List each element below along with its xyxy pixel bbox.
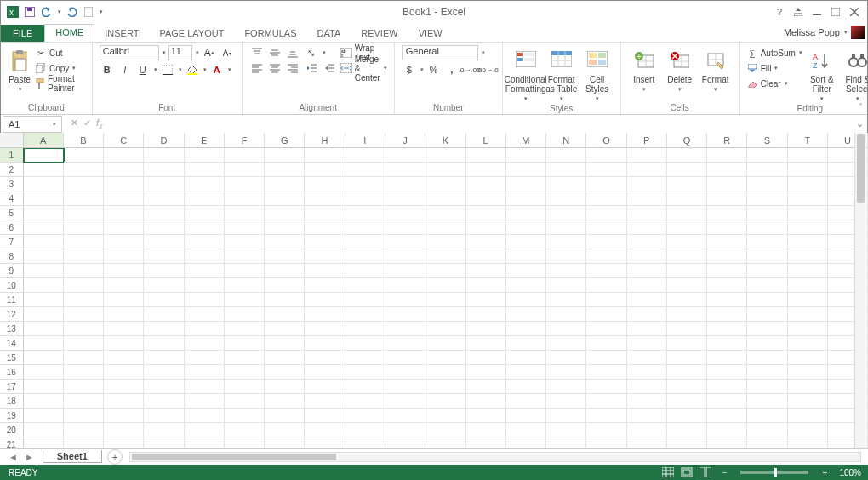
format-as-table-button[interactable]: Format as Table▾ [545,46,578,102]
cell[interactable] [586,235,626,249]
cell[interactable] [385,394,425,409]
cell[interactable] [265,278,305,293]
cell[interactable] [466,278,506,293]
cell[interactable] [707,336,747,351]
cell[interactable] [466,380,506,394]
cell[interactable] [586,394,626,409]
cell[interactable] [265,322,305,336]
column-header[interactable]: T [788,133,828,148]
cell[interactable] [667,409,707,423]
align-left-button[interactable] [249,60,265,76]
row-header[interactable]: 10 [0,278,24,293]
copy-button[interactable]: Copy▾ [35,61,85,75]
cell[interactable] [425,220,465,235]
grow-font-button[interactable]: A▴ [202,45,217,60]
cell[interactable] [747,293,787,307]
cell[interactable] [104,409,144,423]
cell[interactable] [546,365,586,380]
cell[interactable] [104,249,144,264]
row-header[interactable]: 20 [0,423,24,437]
cell[interactable] [225,278,265,293]
cell[interactable] [305,148,345,163]
percent-button[interactable]: % [426,62,442,77]
cell[interactable] [185,177,225,191]
cell[interactable] [466,307,506,322]
sheet-nav-next-icon[interactable]: ► [25,452,34,462]
cell[interactable] [586,148,626,163]
cell[interactable] [466,249,506,264]
cell[interactable] [425,394,465,409]
cell[interactable] [747,163,787,177]
column-header[interactable]: S [747,133,787,148]
cell[interactable] [586,177,626,191]
cell[interactable] [385,307,425,322]
save-icon[interactable] [23,5,37,19]
name-box[interactable]: A1▾ [3,116,62,133]
cell[interactable] [546,163,586,177]
cell[interactable] [144,351,184,365]
cell[interactable] [747,206,787,220]
cell[interactable] [586,249,626,264]
cell[interactable] [546,293,586,307]
cell[interactable] [345,235,385,249]
sheet-tab-active[interactable]: Sheet1 [43,450,102,463]
cell[interactable] [425,322,465,336]
cell[interactable] [265,177,305,191]
cell[interactable] [788,423,828,437]
cell[interactable] [265,437,305,448]
cell[interactable] [707,191,747,206]
row-header[interactable]: 16 [0,365,24,380]
cell[interactable] [747,177,787,191]
column-header[interactable]: I [345,133,385,148]
cell[interactable] [24,220,64,235]
cell[interactable] [466,423,506,437]
underline-button[interactable]: U [135,62,151,77]
column-header[interactable]: K [425,133,465,148]
cell[interactable] [546,264,586,278]
cancel-icon[interactable]: ✕ [71,117,78,130]
cell[interactable] [64,220,104,235]
cell[interactable] [506,191,546,206]
cell[interactable] [506,220,546,235]
cell[interactable] [667,437,707,448]
cell[interactable] [586,307,626,322]
cell[interactable] [225,163,265,177]
cell[interactable] [788,278,828,293]
cell[interactable] [466,206,506,220]
cell[interactable] [788,365,828,380]
row-header[interactable]: 1 [0,148,24,163]
cell[interactable] [64,163,104,177]
cell[interactable] [788,148,828,163]
cell[interactable] [345,365,385,380]
conditional-formatting-button[interactable]: Conditional Formatting▾ [510,46,542,102]
cell[interactable] [104,423,144,437]
cell[interactable] [305,394,345,409]
cell[interactable] [506,293,546,307]
cell[interactable] [144,322,184,336]
cell[interactable] [627,148,667,163]
cell[interactable] [747,423,787,437]
cell[interactable] [104,220,144,235]
cell[interactable] [506,322,546,336]
cell[interactable] [265,264,305,278]
cell[interactable] [747,351,787,365]
cell[interactable] [385,278,425,293]
cell[interactable] [627,278,667,293]
cell[interactable] [24,423,64,437]
cell[interactable] [144,264,184,278]
cell[interactable] [506,351,546,365]
cell[interactable] [345,249,385,264]
cell[interactable] [64,322,104,336]
cell[interactable] [747,249,787,264]
row-header[interactable]: 18 [0,394,24,409]
cell[interactable] [546,437,586,448]
cell[interactable] [345,206,385,220]
cell[interactable] [466,365,506,380]
cell[interactable] [64,409,104,423]
cell[interactable] [64,293,104,307]
cell[interactable] [104,351,144,365]
cell[interactable] [265,191,305,206]
maximize-icon[interactable] [830,6,842,18]
row-header[interactable]: 5 [0,206,24,220]
cell[interactable] [627,264,667,278]
